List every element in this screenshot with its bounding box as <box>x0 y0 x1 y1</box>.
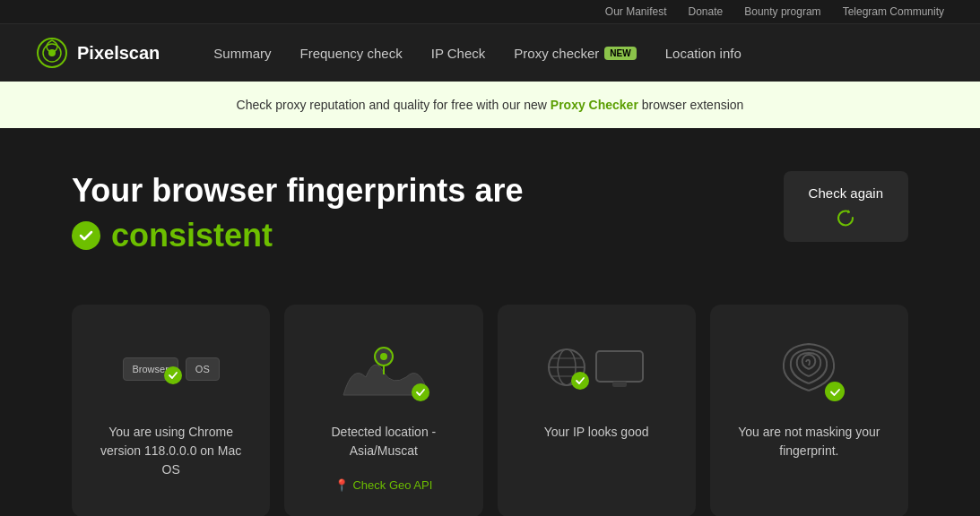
svg-rect-13 <box>612 382 627 387</box>
nav-summary[interactable]: Summary <box>213 46 271 61</box>
ip-card: Your IP looks good <box>498 305 696 516</box>
location-check-badge <box>412 383 429 401</box>
nav: Summary Frequency check IP Check Proxy c… <box>213 46 944 61</box>
browser-check-badge <box>164 366 182 384</box>
header: Pixelscan Summary Frequency check IP Che… <box>0 24 980 82</box>
nav-proxy-checker[interactable]: Proxy checker NEW <box>514 46 636 61</box>
nav-frequency-check[interactable]: Frequency check <box>299 46 402 61</box>
banner-text-after: browser extension <box>638 98 744 112</box>
bounty-program-link[interactable]: Bounty program <box>744 5 820 18</box>
check-again-button[interactable]: Check again <box>784 171 908 242</box>
fingerprint-illustration <box>746 333 872 405</box>
svg-rect-11 <box>596 351 643 382</box>
browser-os-card-text: You are using Chrome version 118.0.0.0 o… <box>93 423 248 479</box>
svg-point-4 <box>380 353 387 360</box>
geo-pin-icon: 📍 <box>334 478 349 492</box>
os-box: OS <box>186 357 220 381</box>
top-bar: Our Manifest Donate Bounty program Teleg… <box>0 0 980 24</box>
check-geo-api-link[interactable]: 📍 Check Geo API <box>334 478 432 492</box>
location-card: Detected location - Asia/Muscat 📍 Check … <box>284 305 482 516</box>
ip-illustration <box>533 333 659 405</box>
donate-link[interactable]: Donate <box>689 5 724 18</box>
logo-icon <box>36 37 68 69</box>
location-illustration <box>321 333 447 405</box>
ip-card-text: Your IP looks good <box>544 423 649 442</box>
our-manifest-link[interactable]: Our Manifest <box>605 5 667 18</box>
hero-section: Your browser fingerprints are consistent… <box>0 128 980 283</box>
logo[interactable]: Pixelscan <box>36 37 160 69</box>
proxy-checker-link[interactable]: Proxy Checker <box>551 98 638 112</box>
monitor-svg <box>593 349 646 389</box>
banner-text-before: Check proxy reputation and quality for f… <box>237 98 551 112</box>
location-card-text: Detected location - Asia/Muscat <box>306 423 461 460</box>
fingerprint-card: You are not masking your fingerprint. <box>710 305 908 516</box>
promo-banner: Check proxy reputation and quality for f… <box>0 82 980 128</box>
nav-location-info[interactable]: Location info <box>665 46 742 61</box>
nav-ip-check[interactable]: IP Check <box>431 46 486 61</box>
new-badge: NEW <box>604 47 636 60</box>
refresh-icon <box>836 208 855 228</box>
cards-section: Browser OS You are using Chrome version … <box>0 283 980 516</box>
logo-text: Pixelscan <box>77 43 160 64</box>
browser-box-wrap: Browser <box>123 357 178 381</box>
fingerprint-card-text: You are not masking your fingerprint. <box>732 423 887 460</box>
status-check-icon <box>72 221 100 250</box>
telegram-community-link[interactable]: Telegram Community <box>843 5 944 18</box>
check-again-label: Check again <box>809 185 883 201</box>
browser-os-card: Browser OS You are using Chrome version … <box>72 305 270 516</box>
hero-status-text: consistent <box>111 217 273 254</box>
browser-os-illustration: Browser OS <box>108 333 234 405</box>
